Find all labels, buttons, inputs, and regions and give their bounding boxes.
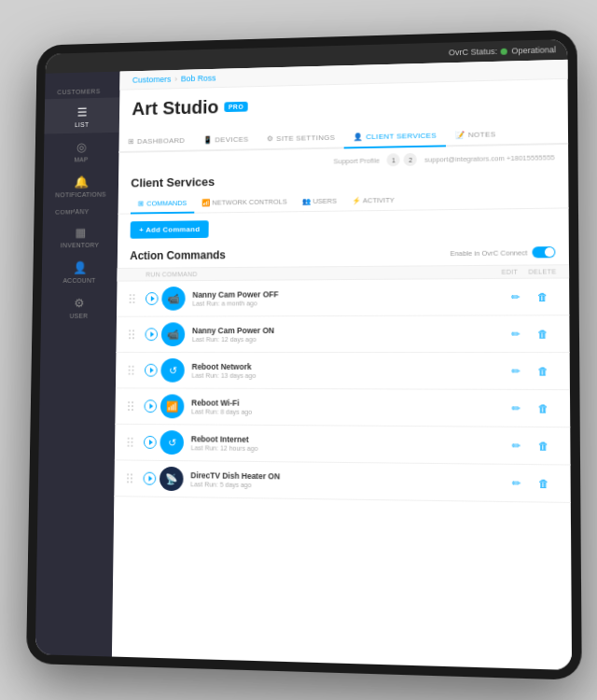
edit-button[interactable]: ✏ (502, 328, 529, 340)
sidebar-item-inventory[interactable]: ▦ Inventory (42, 218, 118, 255)
edit-button[interactable]: ✏ (502, 402, 529, 414)
subtab-commands[interactable]: ⊞ Commands (131, 194, 194, 214)
run-button[interactable] (144, 399, 157, 413)
delete-button[interactable]: 🗑 (529, 291, 556, 302)
command-name: Nanny Cam Power OFF (192, 289, 278, 299)
bell-icon: 🔔 (73, 174, 89, 190)
command-info: ↺ Reboot Internet Last Run: 12 hours ago (160, 430, 502, 457)
delete-button[interactable]: 🗑 (530, 477, 557, 489)
sidebar-item-account[interactable]: 👤 Account (42, 253, 118, 288)
support-label: Support Profile (333, 156, 379, 165)
map-icon: ◎ (74, 138, 90, 155)
edit-button[interactable]: ✏ (502, 365, 529, 377)
action-commands-title: Action Commands (130, 248, 226, 262)
command-name: Nanny Cam Power ON (192, 326, 274, 335)
command-icon: ↺ (160, 358, 185, 383)
content-area: Support Profile 1 2 support@integrators.… (112, 145, 572, 670)
devices-icon: 📱 (202, 136, 212, 145)
sidebar-item-list[interactable]: ☰ List (44, 97, 119, 133)
subtab-users-label: Users (312, 197, 337, 205)
edit-button[interactable]: ✏ (502, 440, 529, 453)
subtab-activity-label: Activity (363, 196, 395, 204)
tab-notes[interactable]: 📝 Notes (446, 124, 506, 147)
subtab-commands-label: Commands (146, 199, 187, 207)
sidebar-item-list-label: List (75, 121, 89, 128)
col-edit-handle (130, 272, 146, 278)
tab-site-settings[interactable]: ⚙ Site Settings (257, 128, 344, 150)
command-info: 📡 DirecTV Dish Heater ON Last Run: 5 day… (160, 467, 503, 496)
enable-ovrc-toggle[interactable] (532, 246, 555, 258)
add-command-button[interactable]: + Add Command (131, 220, 210, 238)
breadcrumb-current[interactable]: Bob Ross (181, 74, 216, 84)
run-arrow-icon (148, 440, 152, 445)
tablet-screen: OvrC Status: Operational Customers ☰ Lis… (35, 39, 572, 670)
drag-handle[interactable] (129, 366, 146, 375)
run-arrow-icon (149, 403, 153, 409)
support-num-1[interactable]: 1 (387, 153, 400, 166)
command-icon: 📹 (161, 287, 185, 311)
delete-button[interactable]: 🗑 (529, 365, 556, 376)
delete-button[interactable]: 🗑 (529, 402, 556, 413)
command-info: 📶 Reboot Wi-Fi Last Run: 8 days ago (160, 394, 502, 420)
toggle-knob (545, 247, 554, 257)
run-arrow-icon (150, 331, 154, 337)
notes-icon: 📝 (455, 131, 465, 139)
run-arrow-icon (150, 296, 154, 301)
command-list: 📹 Nanny Cam Power OFF Last Run: a month … (114, 278, 571, 503)
command-text: Reboot Internet Last Run: 12 hours ago (191, 434, 258, 452)
account-icon: 👤 (72, 259, 88, 276)
sidebar-item-notifications[interactable]: 🔔 Notifications (43, 167, 118, 203)
list-icon: ☰ (74, 104, 90, 120)
tab-notes-label: Notes (468, 130, 496, 139)
sidebar-item-user[interactable]: ⚙ User (41, 288, 118, 324)
command-text: Nanny Cam Power ON Last Run: 12 days ago (192, 326, 274, 343)
run-button[interactable] (144, 472, 157, 485)
col-run: Run (146, 272, 161, 278)
run-button[interactable] (145, 364, 158, 377)
subtab-users[interactable]: 👥 Users (295, 192, 344, 212)
command-icon: 📡 (160, 467, 184, 491)
edit-button[interactable]: ✏ (502, 290, 529, 302)
command-name: Reboot Internet (191, 434, 258, 444)
command-last-run: Last Run: 5 days ago (190, 481, 280, 488)
support-numbers: 1 2 (387, 153, 417, 166)
tab-dashboard[interactable]: ⊞ Dashboard (118, 131, 194, 153)
tab-devices[interactable]: 📱 Devices (194, 130, 258, 152)
main-panel: Customers › Bob Ross Art Studio PRO ⊞ Da… (112, 60, 572, 670)
col-delete: Delete (528, 268, 555, 274)
table-row: ↺ Reboot Internet Last Run: 12 hours ago… (115, 425, 571, 466)
run-button[interactable] (144, 436, 157, 449)
subtab-activity[interactable]: ⚡ Activity (344, 191, 402, 212)
table-row: 📶 Reboot Wi-Fi Last Run: 8 days ago ✏ 🗑 (115, 388, 570, 427)
drag-handle[interactable] (129, 329, 145, 339)
subtab-network-controls[interactable]: 📶 Network Controls (194, 193, 295, 214)
gear-icon: ⚙ (71, 294, 87, 311)
delete-button[interactable]: 🗑 (529, 329, 556, 340)
command-last-run: Last Run: 8 days ago (191, 408, 252, 414)
drag-handle[interactable] (128, 401, 145, 411)
tab-client-services[interactable]: 👤 Client Services (344, 126, 446, 149)
run-button[interactable] (146, 292, 159, 305)
settings-icon: ⚙ (267, 134, 273, 143)
support-email: support@integrators.com +18015555555 (424, 153, 555, 163)
support-num-2[interactable]: 2 (404, 153, 417, 166)
run-button[interactable] (145, 328, 158, 341)
drag-handle[interactable] (127, 473, 144, 483)
command-text: Reboot Wi-Fi Last Run: 8 days ago (191, 399, 252, 415)
drag-handle[interactable] (128, 438, 145, 447)
edit-button[interactable]: ✏ (502, 477, 529, 490)
drag-handle[interactable] (130, 294, 146, 303)
sidebar-item-map-label: Map (74, 156, 88, 162)
command-info: ↺ Reboot Network Last Run: 13 days ago (160, 358, 502, 384)
tab-devices-label: Devices (215, 135, 248, 144)
delete-button[interactable]: 🗑 (529, 440, 556, 452)
sidebar-item-map[interactable]: ◎ Map (44, 133, 119, 169)
sidebar-item-account-label: Account (63, 277, 96, 284)
breadcrumb-separator: › (174, 75, 177, 84)
command-icon: 📶 (160, 394, 185, 418)
page-title: Art Studio (132, 97, 218, 119)
tab-client-services-label: Client Services (366, 132, 437, 141)
run-arrow-icon (148, 476, 152, 482)
command-last-run: Last Run: 12 hours ago (191, 444, 258, 452)
breadcrumb-parent[interactable]: Customers (132, 75, 172, 85)
